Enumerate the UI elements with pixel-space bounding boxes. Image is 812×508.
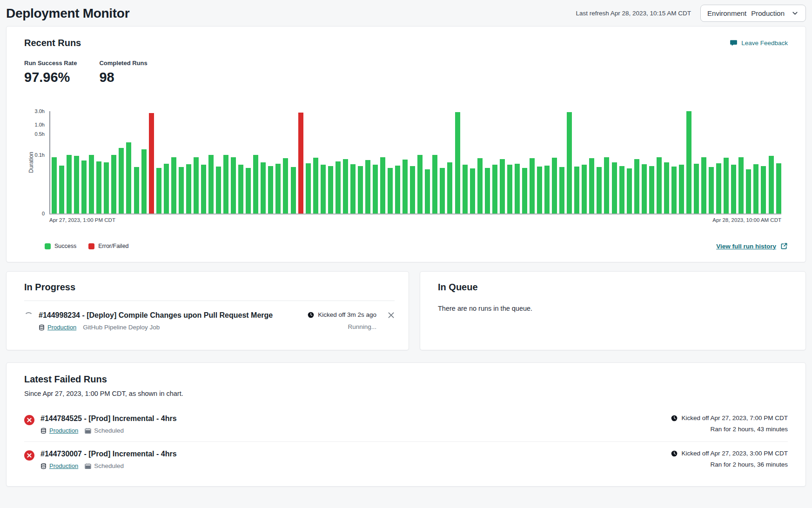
chart-bar-success[interactable] <box>96 161 101 214</box>
chart-bar-success[interactable] <box>731 165 736 214</box>
leave-feedback-link[interactable]: Leave Feedback <box>730 39 788 47</box>
chart-bar-success[interactable] <box>709 167 714 214</box>
chart-bar-success[interactable] <box>111 155 116 214</box>
chart-bar-success[interactable] <box>485 168 490 214</box>
chart-bar-success[interactable] <box>81 160 87 214</box>
chart-bar-success[interactable] <box>500 159 505 214</box>
chart-bar-success[interactable] <box>597 167 602 214</box>
chart-bar-success[interactable] <box>67 155 72 214</box>
chart-bar-success[interactable] <box>463 165 468 214</box>
chart-bar-success[interactable] <box>417 155 423 214</box>
chart-bar-success[interactable] <box>470 168 475 214</box>
chart-bar-success[interactable] <box>686 111 691 214</box>
chart-bar-success[interactable] <box>544 166 550 214</box>
chart-bar-success[interactable] <box>291 167 296 214</box>
chart-bar-success[interactable] <box>336 161 341 214</box>
chart-bar-success[interactable] <box>365 160 370 214</box>
chart-bar-success[interactable] <box>515 164 520 214</box>
chart-bar-success[interactable] <box>89 155 94 214</box>
chart-bar-success[interactable] <box>753 164 758 214</box>
chart-bar-success[interactable] <box>582 165 587 214</box>
chart-bar-success[interactable] <box>634 159 639 214</box>
chart-bar-success[interactable] <box>425 169 430 214</box>
chart-bar-success[interactable] <box>537 167 542 214</box>
chart-bar-success[interactable] <box>52 157 57 214</box>
close-icon[interactable] <box>388 312 395 319</box>
chart-bar-success[interactable] <box>275 164 281 214</box>
chart-bar-success[interactable] <box>231 157 236 214</box>
chart-bar-success[interactable] <box>208 155 214 214</box>
chart-bar-success[interactable] <box>657 157 662 214</box>
chart-bar-success[interactable] <box>201 165 206 214</box>
chart-bar-success[interactable] <box>530 158 535 214</box>
chart-bar-success[interactable] <box>589 158 594 214</box>
chart-bar-success[interactable] <box>171 157 176 214</box>
chart-bar-success[interactable] <box>164 164 169 214</box>
chart-bar-success[interactable] <box>627 168 632 214</box>
chart-bar-success[interactable] <box>358 166 363 214</box>
chart-bar-success[interactable] <box>507 165 512 214</box>
environment-link[interactable]: Production <box>40 427 78 434</box>
chart-bar-success[interactable] <box>321 165 326 214</box>
chart-bar-success[interactable] <box>134 167 139 214</box>
chart-bar-success[interactable] <box>559 167 564 214</box>
chart-bar-success[interactable] <box>283 158 288 214</box>
environment-link[interactable]: Production <box>39 324 76 331</box>
environment-link-label[interactable]: Production <box>47 324 76 331</box>
chart-bar-success[interactable] <box>649 166 654 214</box>
environment-dropdown[interactable]: Environment Production <box>700 5 806 22</box>
chart-bar-success[interactable] <box>74 156 79 214</box>
chart-bar-success[interactable] <box>388 168 393 214</box>
environment-link-label[interactable]: Production <box>49 427 78 434</box>
chart-bar-success[interactable] <box>522 168 527 214</box>
chart-bar-success[interactable] <box>567 112 572 214</box>
chart-bar-success[interactable] <box>104 162 109 214</box>
chart-bar-success[interactable] <box>455 112 460 214</box>
chart-bar-success[interactable] <box>642 164 647 214</box>
chart-bar-success[interactable] <box>694 164 699 214</box>
chart-bar-success[interactable] <box>223 155 228 214</box>
chart-bar-success[interactable] <box>701 157 706 214</box>
chart-bar-success[interactable] <box>664 162 669 214</box>
chart-bar-success[interactable] <box>373 165 378 214</box>
chart-bar-success[interactable] <box>246 168 251 214</box>
chart-bar-success[interactable] <box>604 157 609 214</box>
chart-bar-success[interactable] <box>395 166 400 214</box>
chart-bar-success[interactable] <box>350 164 356 214</box>
chart-bar-success[interactable] <box>216 167 221 214</box>
chart-bar-success[interactable] <box>126 142 131 214</box>
chart-bar-success[interactable] <box>343 159 348 214</box>
chart-bar-success[interactable] <box>724 158 729 214</box>
chart-bar-success[interactable] <box>59 166 64 214</box>
chart-bar-success[interactable] <box>238 165 243 214</box>
chart-bar-success[interactable] <box>738 157 744 214</box>
chart-bar-success[interactable] <box>679 165 684 214</box>
chart-bar-success[interactable] <box>776 163 781 214</box>
chart-bar-success[interactable] <box>440 168 445 214</box>
chart-bar-success[interactable] <box>119 148 124 214</box>
environment-link[interactable]: Production <box>40 462 78 469</box>
chart-bar-success[interactable] <box>619 166 624 214</box>
view-full-run-history-link[interactable]: View full run history <box>716 242 788 250</box>
chart-bar-success[interactable] <box>492 165 497 214</box>
chart-bar-success[interactable] <box>186 164 191 214</box>
chart-bar-success[interactable] <box>253 155 258 214</box>
chart-bar-success[interactable] <box>612 162 617 214</box>
chart-bar-success[interactable] <box>179 167 184 214</box>
chart-bar-success[interactable] <box>268 166 273 214</box>
chart-bar-success[interactable] <box>261 162 266 214</box>
chart-bar-success[interactable] <box>141 149 147 214</box>
chart-bar-success[interactable] <box>477 158 483 214</box>
chart-bar-success[interactable] <box>380 157 385 214</box>
chart-bar-success[interactable] <box>746 169 751 214</box>
chart-bar-success[interactable] <box>716 163 721 214</box>
chart-bar-success[interactable] <box>671 167 677 214</box>
chart-bar-failed[interactable] <box>149 113 154 214</box>
chart-bar-success[interactable] <box>432 155 437 214</box>
chart-bar-success[interactable] <box>447 162 452 214</box>
chart-bar-success[interactable] <box>574 167 579 214</box>
chart-bar-success[interactable] <box>306 163 311 214</box>
chart-bar-failed[interactable] <box>298 113 303 214</box>
chart-bar-success[interactable] <box>156 168 161 214</box>
chart-bar-success[interactable] <box>194 157 199 214</box>
